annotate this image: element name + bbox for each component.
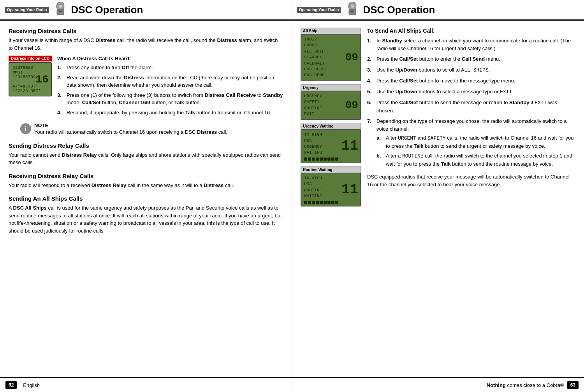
urgency-waiting-panel: Urgency Waiting TX HIGH USA URGENCY WAIT…: [301, 123, 361, 163]
sub-step-b: b. After a ROUTINE call, the radio will …: [376, 152, 575, 168]
all-ships-step-2: 2. Press the Call/Set button to enter th…: [367, 55, 575, 63]
urgency-label: Urgency: [301, 84, 361, 91]
all-ship-channel: 09: [345, 52, 358, 63]
left-page-number: 62: [5, 381, 17, 389]
distress-step-3: 3. Press one (1) of the following three …: [57, 91, 283, 107]
left-header: Operating Your Radio DSC Operation: [0, 0, 292, 21]
all-ship-screen: INDIV. GROUP ALL SHIP STANDBY CALLWAIT P…: [301, 34, 361, 81]
left-header-label: Operating Your Radio: [5, 7, 49, 13]
section-receiving-distress-relay-text: Your radio will respond to a received Di…: [9, 182, 283, 189]
note-title: NOTE: [34, 122, 48, 128]
urgency-channel: 09: [345, 100, 358, 111]
routine-waiting-screen: TX HIGH USA ROUTINE WAITING 11: [301, 173, 361, 207]
footer-right: Nothing comes close to a Cobra® 63: [292, 378, 584, 392]
svg-point-8: [351, 5, 354, 8]
left-content: Receiving Distress Calls If your vessel …: [0, 21, 292, 377]
sub-step-a: a. After URGENT and SAFETY calls, the ra…: [376, 134, 575, 150]
all-ship-label: All Ship: [301, 28, 361, 34]
distress-lcd-screen: DISTRESS MMSI 123456789 47°49.007' 122°2…: [9, 62, 52, 96]
urgency-waiting-channel: 11: [341, 139, 358, 153]
distress-step-1: 1. Press any button to turn Off the alar…: [57, 64, 283, 72]
right-header: Operating Your Radio DSC Operation: [292, 0, 584, 21]
urgency-waiting-dots: [304, 158, 357, 161]
all-ship-panel: All Ship INDIV. GROUP ALL SHIP STANDBY C…: [301, 28, 361, 81]
urgency-screen: URGENCY SAFETY ROUTINE EXIT 09: [301, 91, 361, 120]
footer: 62 English Nothing comes close to a Cobr…: [0, 377, 584, 392]
footer-right-text: Nothing comes close to a Cobra®: [487, 382, 564, 388]
left-page: Operating Your Radio DSC Operation Recei…: [0, 0, 292, 377]
note-box: i NOTE Your radio will automatically swi…: [20, 122, 283, 136]
all-ships-step-7: 7. Depending on the type of message you …: [367, 117, 575, 170]
svg-text:i: i: [25, 126, 26, 132]
urgency-panel: Urgency URGENCY SAFETY ROUTINE EXIT 09: [301, 84, 361, 120]
svg-rect-9: [350, 10, 354, 12]
urgency-waiting-label: Urgency Waiting: [301, 123, 361, 129]
section-sending-distress-relay-text: Your radio cannot send Distress Relay ca…: [9, 151, 283, 166]
routine-waiting-channel: 11: [341, 183, 358, 197]
section-receiving-distress-intro: If your vessel is within range of a DSC …: [9, 37, 283, 52]
right-header-label: Operating Your Radio: [297, 7, 341, 13]
footer-left-label: English: [23, 382, 40, 388]
urgency-waiting-screen: TX HIGH USA URGENCY WAITING 11: [301, 129, 361, 163]
all-ships-steps-list: 1. In Standby select a channel on which …: [367, 37, 575, 170]
svg-point-2: [59, 5, 62, 8]
step-7-sub-list: a. After URGENT and SAFETY calls, the ra…: [376, 134, 575, 168]
svg-rect-3: [58, 10, 62, 12]
note-text: Your radio will automatically switch to …: [34, 128, 227, 136]
note-icon: i: [20, 123, 31, 134]
section-all-ships-title: Sending An All Ships Calls: [9, 195, 283, 202]
lcd-panels-column: All Ship INDIV. GROUP ALL SHIP STANDBY C…: [301, 28, 361, 370]
right-page-title: DSC Operation: [363, 4, 435, 16]
distress-lcd-label: Distress Info on LCD: [9, 56, 52, 61]
all-ships-step-4: 4. Press the Call/Set button to move to …: [367, 77, 575, 85]
final-paragraph: DSC equipped radios that receive your me…: [367, 173, 575, 188]
section-all-ships-text: A DSC All Ships call is used for the sam…: [9, 204, 283, 234]
right-page: Operating Your Radio DSC Operation All S…: [292, 0, 584, 377]
radio-icon-right: [345, 2, 360, 17]
routine-waiting-label: Routine Waiting: [301, 166, 361, 173]
note-content: NOTE Your radio will automatically switc…: [34, 122, 227, 136]
lcd-line-1: DISTRESS: [12, 65, 48, 70]
distress-step-2: 2. Read and write down the Distress info…: [57, 74, 283, 89]
section-receiving-distress-relay-title: Receiving Distress Relay Calls: [9, 173, 283, 179]
lcd-channel-number: 16: [35, 74, 49, 86]
all-ships-step-1: 1. In Standby select a channel on which …: [367, 37, 575, 52]
section-sending-distress-relay-title: Sending Distress Relay Calls: [9, 142, 283, 149]
all-ships-step-6: 6. Press the Call/Set button to send the…: [367, 99, 575, 114]
right-content: All Ship INDIV. GROUP ALL SHIP STANDBY C…: [292, 21, 584, 377]
distress-info-box: Distress Info on LCD DISTRESS MMSI 12345…: [9, 56, 283, 119]
left-page-title: DSC Operation: [71, 4, 143, 16]
when-heard-title: When A Distress Call Is Heard:: [57, 56, 283, 61]
footer-left: 62 English: [0, 378, 292, 392]
distress-steps-list: 1. Press any button to turn Off the alar…: [57, 64, 283, 116]
routine-waiting-dots: [304, 201, 357, 204]
section-receiving-distress-title: Receiving Distress Calls: [9, 28, 283, 34]
distress-lcd-wrapper: Distress Info on LCD DISTRESS MMSI 12345…: [9, 56, 52, 96]
radio-icon-left: [53, 2, 68, 17]
right-page-number: 63: [567, 381, 579, 389]
all-ships-step-5: 5. Use the Up/Down buttons to select a m…: [367, 88, 575, 96]
lcd-line-6: 122°28.357': [12, 89, 48, 93]
distress-step-4: 4. Respond, if appropriate, by pressing …: [57, 109, 283, 117]
when-heard-section: When A Distress Call Is Heard: 1. Press …: [57, 56, 283, 119]
routine-waiting-panel: Routine Waiting TX HIGH USA ROUTINE WAIT…: [301, 166, 361, 207]
right-text-column: To Send An All Ships Call: 1. In Standby…: [367, 28, 575, 370]
all-ships-step-3: 3. Use the Up/Down buttons to scroll to …: [367, 66, 575, 74]
right-section-title: To Send An All Ships Call:: [367, 28, 575, 34]
